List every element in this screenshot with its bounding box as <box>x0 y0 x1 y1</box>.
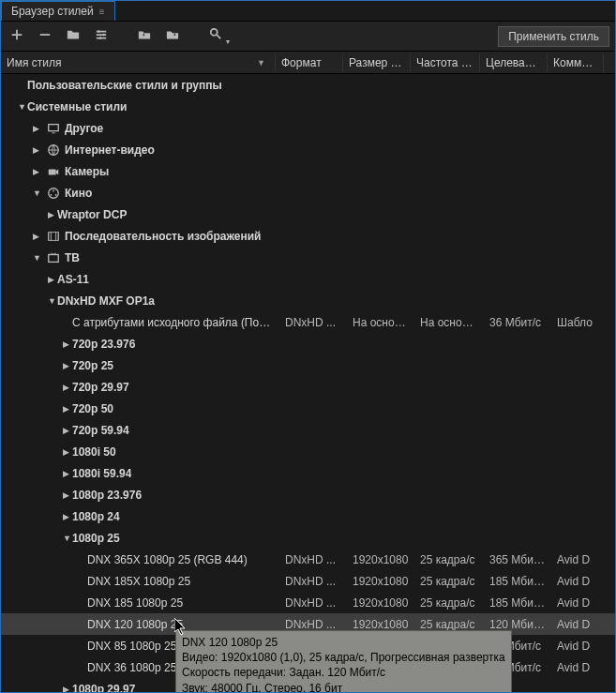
cat-dnxhd[interactable]: DNxHD MXF OP1a <box>1 290 615 311</box>
cat-as11[interactable]: AS-11 <box>1 268 615 290</box>
expand-icon[interactable] <box>63 361 72 370</box>
folder-1080p-24[interactable]: 1080p 24 <box>1 505 615 527</box>
folder-1080p-25[interactable]: 1080p 25 <box>1 527 615 549</box>
expand-icon[interactable] <box>63 447 72 457</box>
expand-icon[interactable] <box>33 188 42 198</box>
panel-menu-icon[interactable]: ≡ <box>99 7 105 17</box>
new-folder-icon[interactable] <box>63 26 83 46</box>
import-icon[interactable] <box>134 26 155 46</box>
search-icon[interactable]: ▾ <box>205 25 233 48</box>
cell-comment: Avid D <box>551 596 608 610</box>
tv-icon <box>46 251 61 264</box>
folder-720p-23976[interactable]: 720p 23.976 <box>1 333 615 354</box>
panel-tab-bar: Браузер стилей ≡ <box>1 1 615 22</box>
expand-icon[interactable] <box>33 145 42 155</box>
label: 720p 25 <box>72 359 113 372</box>
export-icon[interactable] <box>162 26 183 46</box>
col-frame[interactable]: Размер ка... <box>343 53 411 72</box>
cell-frame: 1920x1080 <box>347 596 414 610</box>
expand-icon[interactable] <box>48 210 57 219</box>
cell-fps: 25 кадра/с <box>414 553 484 566</box>
tooltip-audio: Звук: 48000 Гц, Стерео, 16 бит <box>182 681 505 693</box>
settings-icon[interactable] <box>91 26 112 46</box>
label: С атрибутами исходного файла (Повто... <box>72 316 274 329</box>
expand-icon[interactable] <box>33 253 42 263</box>
expand-icon[interactable] <box>18 102 27 112</box>
folder-1080i-50[interactable]: 1080i 50 <box>1 441 615 462</box>
label: DNX 85 1080p 25 <box>87 640 176 653</box>
col-bitrate[interactable]: Целевая ч... <box>480 53 548 72</box>
expand-icon[interactable] <box>63 534 72 543</box>
label: Кино <box>65 187 92 200</box>
group-user-styles[interactable]: Пользовательские стили и группы <box>1 74 615 96</box>
folder-720p-5994[interactable]: 720p 59.94 <box>1 419 615 441</box>
svg-rect-6 <box>49 169 56 174</box>
label: 1080i 59.94 <box>72 467 131 480</box>
label: Wraptor DCP <box>57 208 127 221</box>
apply-style-button[interactable]: Применить стиль <box>498 26 609 47</box>
camera-icon <box>46 165 61 178</box>
expand-icon[interactable] <box>33 124 42 133</box>
expand-icon[interactable] <box>48 296 57 306</box>
label: DNX 185X 1080p 25 <box>87 575 190 588</box>
cell-format: DNxHD ... <box>279 618 347 631</box>
cell-frame: 1920x1080 <box>347 618 414 631</box>
cat-cameras[interactable]: Камеры <box>1 160 615 182</box>
cell-comment: Шабло <box>551 316 608 329</box>
cat-other[interactable]: Другое <box>1 117 615 139</box>
tooltip-title: DNX 120 1080p 25 <box>182 635 505 650</box>
preset-row[interactable]: DNX 185 1080p 25 DNxHD ... 1920x1080 25 … <box>1 592 615 613</box>
folder-720p-2997[interactable]: 720p 29.97 <box>1 376 615 398</box>
preset-source-attrs[interactable]: С атрибутами исходного файла (Повто... D… <box>1 311 615 333</box>
folder-720p-50[interactable]: 720p 50 <box>1 398 615 419</box>
svg-point-0 <box>98 30 100 33</box>
col-format[interactable]: Формат <box>276 53 343 72</box>
expand-icon[interactable] <box>63 685 72 694</box>
folder-720p-25[interactable]: 720p 25 <box>1 354 615 376</box>
label: 720p 29.97 <box>72 381 129 394</box>
svg-point-3 <box>211 28 218 35</box>
cat-internet[interactable]: Интернет-видео <box>1 139 615 160</box>
expand-icon[interactable] <box>63 404 72 414</box>
label: DNX 365X 1080p 25 (RGB 444) <box>87 553 248 566</box>
col-comment[interactable]: Коммента... <box>548 53 604 72</box>
label: AS-11 <box>57 273 89 286</box>
expand-icon[interactable] <box>63 490 72 500</box>
preset-row[interactable]: DNX 185X 1080p 25 DNxHD ... 1920x1080 25… <box>1 570 615 592</box>
col-name[interactable]: Имя стиля▼ <box>1 53 276 72</box>
filmstrip-icon <box>46 230 61 243</box>
cell-format: DNxHD ... <box>279 553 347 566</box>
label: 1080p 25 <box>72 532 120 545</box>
expand-icon[interactable] <box>63 383 72 392</box>
tab-label: Браузер стилей <box>11 5 94 18</box>
cat-wraptor[interactable]: Wraptor DCP <box>1 203 615 225</box>
col-fps[interactable]: Частота ка... <box>411 53 480 72</box>
cat-tv[interactable]: ТВ <box>1 247 615 268</box>
group-system-styles[interactable]: Системные стили <box>1 96 615 117</box>
tab-style-browser[interactable]: Браузер стилей ≡ <box>1 1 115 21</box>
expand-icon[interactable] <box>63 512 72 521</box>
expand-icon[interactable] <box>63 426 72 435</box>
film-reel-icon <box>46 187 61 200</box>
expand-icon[interactable] <box>63 469 72 478</box>
expand-icon[interactable] <box>33 167 42 176</box>
label: 1080i 50 <box>72 445 116 459</box>
svg-point-1 <box>102 34 105 37</box>
label: DNX 120 1080p 25 <box>87 618 183 631</box>
label: 1080p 24 <box>72 510 120 523</box>
cell-fps: 25 кадра/с <box>414 575 484 588</box>
expand-icon[interactable] <box>48 275 57 284</box>
globe-icon <box>46 143 61 157</box>
preset-row[interactable]: DNX 365X 1080p 25 (RGB 444) DNxHD ... 19… <box>1 549 615 570</box>
monitor-icon <box>46 122 61 135</box>
expand-icon[interactable] <box>63 339 72 349</box>
cat-imgseq[interactable]: Последовательность изображений <box>1 225 615 247</box>
folder-1080p-23976[interactable]: 1080p 23.976 <box>1 484 615 505</box>
add-button[interactable] <box>7 26 27 46</box>
label: Последовательность изображений <box>65 230 262 243</box>
expand-icon[interactable] <box>33 232 42 241</box>
remove-button[interactable] <box>35 26 55 46</box>
cell-bitrate: 36 Мбит/с <box>484 316 551 329</box>
cat-cinema[interactable]: Кино <box>1 182 615 203</box>
folder-1080i-5994[interactable]: 1080i 59.94 <box>1 462 615 484</box>
